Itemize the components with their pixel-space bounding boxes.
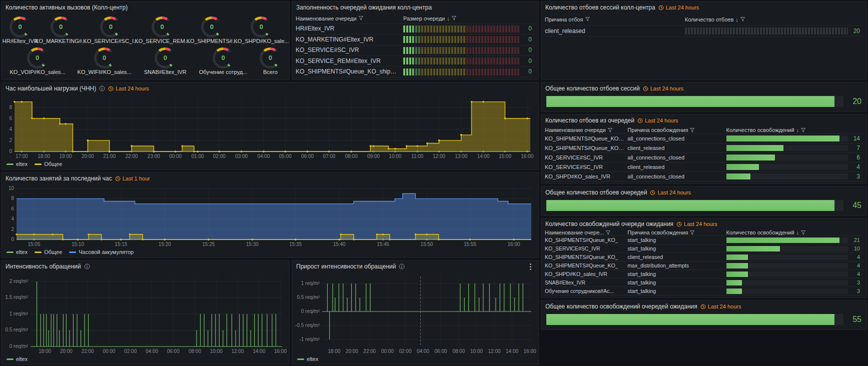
filter-icon[interactable] (690, 128, 694, 132)
legend-item-eltex[interactable]: eltex (7, 161, 28, 167)
filter-icon[interactable] (608, 128, 612, 132)
panel-title: Общее количество отбоев сессий (545, 85, 640, 92)
table-row[interactable]: KO_SHIPMENTS#Queue_KO_shipmentsall_conne… (545, 134, 863, 144)
filter-icon[interactable] (690, 230, 694, 235)
panel-header[interactable]: Интенсивность обращений (2, 260, 289, 272)
panel-header[interactable]: Количество занятий за последний час Last… (2, 172, 538, 184)
panel-header[interactable]: Количество отбоев из очередей Last 24 ho… (541, 114, 866, 126)
filter-icon[interactable] (801, 230, 805, 235)
panel-queue-fill: Заполненность очередей ожидания колл-цен… (292, 1, 539, 80)
svg-text:0: 0 (9, 148, 12, 154)
panel-header[interactable]: Общее количество освобождений очередей о… (541, 300, 866, 312)
table-row[interactable]: KO_MARKETING#Eltex_IVR0 (296, 34, 535, 46)
table-row[interactable]: KO_SERVICE#SC_IVRall_connections_closed6 (545, 153, 863, 162)
table-row[interactable]: KO_SHIPMENTS#Queue_KO_max_distribution_a… (545, 262, 863, 270)
table-row[interactable]: KO_SERVICE_REM#Eltex_IVR0 (296, 56, 535, 67)
filter-icon[interactable] (740, 17, 745, 22)
gauge-dial: 0 (27, 48, 48, 68)
svg-text:21:00: 21:00 (103, 154, 116, 159)
column-header[interactable]: Количество освобождений (726, 230, 794, 236)
table-row[interactable]: KO_SERVICE#SC_IVRstart_talking10 (545, 244, 863, 253)
cell-value: 0 (522, 66, 532, 77)
table-row[interactable]: KO_SERVICE#SC_IVR0 (296, 46, 535, 56)
queue-size-cell: 0 (403, 56, 535, 66)
time-series-chart[interactable]: 0 req/m²0.5 req/m²1 req/m²1.5 req/m²2 re… (2, 272, 289, 355)
legend-item-Общее[interactable]: Общее (35, 249, 62, 255)
panel-header[interactable]: Заполненность очередей ожидания колл-цен… (292, 2, 538, 14)
table-row[interactable]: KO_SERVICE#SC_IVRclient_released4 (545, 162, 863, 172)
column-header[interactable]: Размер очереди (403, 16, 445, 22)
gauge-dial: 0 (213, 48, 234, 68)
column-header[interactable]: Наименование очереди (296, 16, 357, 22)
queue-name-cell: HR#Eltex_IVR (296, 24, 334, 34)
svg-text:08:00: 08:00 (345, 154, 358, 159)
svg-text:08:00: 08:00 (189, 348, 201, 354)
time-series-chart[interactable]: 1 req/m²0.5 req/m²0 req/m²-0.5 req/m²-1 … (292, 272, 538, 355)
sort-desc-icon[interactable]: ↓ (796, 127, 799, 133)
queue-name-cell: KO_SERVICE#SC_IVR (545, 244, 600, 253)
column-header[interactable]: Причина освобождения (627, 127, 688, 133)
table-row[interactable]: client_released20 (545, 26, 863, 36)
panel-header[interactable]: Час наибольшей нагрузки (ЧНН) Last 24 ho… (2, 82, 538, 94)
panel-title: Общее количество освобождений очередей о… (545, 303, 697, 310)
table-row[interactable]: Обучение сотрудников#Ас...start_talking3 (545, 287, 863, 296)
table-row[interactable]: KO_SHPD#KO_sales_IVRstart_talking4 (545, 270, 863, 278)
legend-item-eltex[interactable]: eltex (297, 356, 318, 362)
legend-item-Часовой аккумулятор[interactable]: Часовой аккумулятор (69, 249, 134, 255)
column-header[interactable]: Количество отбоев (685, 16, 733, 22)
panel-queue-releases-total: Общее количество освобождений очередей о… (541, 300, 867, 330)
column-header[interactable]: Наименование очере... (545, 230, 604, 236)
column-header[interactable]: Причина отбоя (545, 16, 583, 22)
table-row[interactable]: KO_SHPD#KO_sales_IVRall_connections_clos… (545, 172, 863, 182)
column-header[interactable]: Причина освобождения (627, 230, 688, 236)
svg-text:15:30: 15:30 (246, 242, 259, 247)
filter-icon[interactable] (801, 128, 805, 132)
panel-header[interactable]: Количество освобождений очереди ожидания… (541, 218, 866, 230)
gauge-KO_MARKETING#...: 0KO_MARKETING#... (37, 16, 85, 44)
column-header[interactable]: Наименование очереди (545, 127, 606, 133)
table-row[interactable]: KO_SHIPMENTS#Queue_KO_client_released4 (545, 253, 863, 262)
table-row[interactable]: KO_SHIPMENTS#Queue_KO_shipmentsclient_re… (545, 144, 863, 153)
column-header[interactable]: Количество освобождений (726, 127, 794, 133)
svg-text:00:00: 00:00 (381, 348, 394, 354)
time-series-chart[interactable]: 024681015:0515:1015:1515:2015:2515:3015:… (2, 184, 538, 248)
time-series-chart[interactable]: 0246817:0018:0019:0020:0021:0022:0023:00… (2, 94, 538, 160)
bar-value: 45 (848, 201, 861, 210)
panel-header[interactable]: Прирост интенсивности обращений (292, 260, 538, 272)
filter-icon[interactable] (585, 17, 590, 22)
legend-color-swatch (7, 164, 14, 165)
table-row[interactable]: KO_SHIPMENTS#Queue_KO_shipments0 (296, 67, 535, 78)
filter-icon[interactable] (452, 16, 456, 20)
table-row[interactable]: SNAB#Eltex_IVRstart_talking3 (545, 278, 863, 287)
gauge-dial: 0 (10, 16, 31, 38)
time-range-badge: Last 1 hour (115, 176, 150, 182)
queue-name-cell: KO_SHIPMENTS#Queue_KO_ (545, 262, 618, 270)
panel-header[interactable]: Количество отбоев сессий колл-центра Las… (541, 2, 866, 14)
legend-item-eltex[interactable]: eltex (7, 356, 28, 362)
legend-item-Общее[interactable]: Общее (35, 161, 62, 167)
table: Наименование очереди Причина освобождени… (541, 126, 866, 184)
svg-text:20:00: 20:00 (82, 154, 94, 159)
table-row[interactable]: HR#Eltex_IVR0 (296, 24, 535, 35)
filter-icon[interactable] (359, 16, 363, 20)
info-icon[interactable] (84, 264, 90, 270)
clock-icon (108, 86, 114, 92)
legend-color-swatch (7, 358, 14, 360)
queue-size-cell: 0 (403, 66, 535, 77)
table-row[interactable]: KO_SHIPMENTS#Queue_KO_start_talking21 (545, 236, 863, 244)
info-icon[interactable] (399, 264, 405, 270)
info-icon[interactable] (99, 86, 105, 92)
bar-track (726, 246, 848, 252)
sort-desc-icon[interactable]: ↓ (447, 16, 450, 22)
panel-header[interactable]: Общее количество отбоев сессий Last 24 h… (541, 82, 866, 94)
legend-item-eltex[interactable]: eltex (7, 249, 28, 255)
panel-header[interactable]: Количество активных вызовов (Колл-центр) (2, 2, 289, 14)
panel-menu-icon[interactable] (526, 262, 534, 270)
count-cell: 7 (726, 144, 863, 153)
bar-fill (546, 96, 834, 107)
sort-desc-icon[interactable]: ↓ (735, 16, 738, 22)
sort-desc-icon[interactable]: ↓ (796, 230, 799, 236)
svg-text:15:40: 15:40 (333, 242, 346, 247)
panel-header[interactable]: Общее количество отбоев очередей Last 24… (541, 186, 866, 198)
filter-icon[interactable] (606, 230, 610, 235)
